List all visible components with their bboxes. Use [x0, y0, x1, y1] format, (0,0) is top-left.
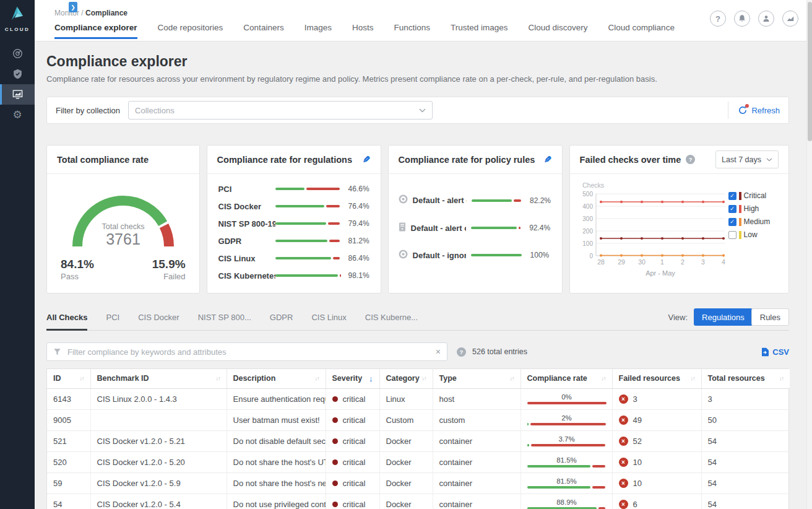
- bar-fail-segment: [531, 444, 605, 446]
- legend-item-low[interactable]: Low: [728, 230, 783, 239]
- regulation-percent: 86.4%: [341, 254, 369, 263]
- regulation-row[interactable]: PCI46.6%: [218, 185, 369, 194]
- bar-fail-segment: [333, 257, 340, 259]
- tab-code-repositories[interactable]: Code repositories: [158, 23, 223, 39]
- sort-toggle-icon[interactable]: ↓↑: [80, 375, 84, 381]
- checkbox-high[interactable]: ✓: [728, 205, 736, 213]
- column-header-type[interactable]: Type↓↑: [433, 369, 520, 388]
- vertical-scrollbar[interactable]: [806, 0, 812, 509]
- sidebar-item-monitor[interactable]: [0, 84, 35, 105]
- sort-toggle-icon[interactable]: ↓↑: [510, 375, 514, 381]
- shield-check-icon: [12, 69, 23, 79]
- cell-benchmark-id: CIS Linux 2.0.0 - 1.4.3: [90, 388, 227, 409]
- tab-images[interactable]: Images: [304, 23, 332, 39]
- tab-compliance-explorer[interactable]: Compliance explorer: [54, 23, 137, 39]
- checks-tab-all-checks[interactable]: All Checks: [46, 313, 87, 331]
- checks-tab-nist-sp-800[interactable]: NIST SP 800...: [198, 313, 251, 331]
- edit-policy-rules-icon[interactable]: ✎: [544, 154, 552, 165]
- svg-text:100: 100: [582, 240, 593, 247]
- table-row[interactable]: 521CIS Docker v1.2.0 - 5.21Do not disabl…: [47, 430, 790, 451]
- regulation-row[interactable]: CIS Linux86.4%: [218, 254, 369, 263]
- sort-toggle-icon[interactable]: ↓↑: [602, 375, 606, 381]
- tab-cloud-discovery[interactable]: Cloud discovery: [529, 23, 588, 39]
- policy-rule-row[interactable]: Default - alert on c...82.2%: [399, 194, 552, 206]
- clear-filter-icon[interactable]: ×: [436, 347, 441, 356]
- sort-toggle-icon[interactable]: ↓↑: [216, 375, 220, 381]
- policy-rule-row[interactable]: Default - alert on c...92.4%: [399, 222, 552, 234]
- refresh-button[interactable]: Refresh: [738, 105, 780, 115]
- table-row[interactable]: 59CIS Docker v1.2.0 - 5.9Do not share th…: [47, 472, 790, 494]
- svg-text:400: 400: [582, 203, 593, 210]
- policy-rule-row[interactable]: Default - ignore T...100%: [399, 250, 552, 261]
- sidebar-item-manage[interactable]: ⚙: [0, 105, 35, 125]
- bell-icon: [738, 14, 746, 23]
- host-icon: [399, 222, 406, 234]
- cell-type: container: [433, 472, 520, 494]
- severity-dot-icon: [332, 502, 338, 507]
- view-label: View:: [668, 313, 688, 322]
- sidebar-item-radar[interactable]: [0, 43, 35, 64]
- tab-functions[interactable]: Functions: [394, 23, 430, 39]
- checks-tab-cis-kuberne[interactable]: CIS Kuberne...: [365, 313, 418, 331]
- scrollbar-thumb[interactable]: [808, 2, 812, 141]
- sort-toggle-icon[interactable]: ↓↑: [691, 375, 695, 381]
- compliance-filter-input[interactable]: [66, 347, 431, 357]
- view-regulations-button[interactable]: Regulations: [694, 308, 753, 326]
- entries-help-icon[interactable]: ?: [457, 347, 466, 357]
- table-row[interactable]: 54CIS Docker v1.2.0 - 5.4Do not use priv…: [47, 494, 790, 509]
- compliance-gauge: Total checks3761: [47, 182, 199, 255]
- user-icon[interactable]: [758, 11, 774, 27]
- column-header-failed-resources[interactable]: Failed resources↓↑: [612, 369, 701, 388]
- column-header-total-resources[interactable]: Total resources↓↑: [701, 369, 790, 388]
- failed-checks-help-icon[interactable]: ?: [686, 155, 695, 164]
- csv-export-button[interactable]: CSV: [761, 347, 789, 357]
- column-header-severity[interactable]: Severity↓: [326, 369, 379, 388]
- legend-item-critical[interactable]: ✓Critical: [728, 191, 783, 200]
- cell-benchmark-id: CIS Docker v1.2.0 - 5.9: [90, 472, 227, 494]
- tab-cloud-compliance[interactable]: Cloud compliance: [608, 23, 675, 39]
- regulation-row[interactable]: CIS Docker76.4%: [218, 202, 369, 211]
- policy-rule-percent: 92.4%: [529, 224, 551, 232]
- table-row[interactable]: 520CIS Docker v1.2.0 - 5.20Do not share …: [47, 451, 790, 472]
- column-header-description[interactable]: Description↓↑: [227, 369, 326, 388]
- column-header-benchmark-id[interactable]: Benchmark ID↓↑: [90, 369, 227, 388]
- sidebar-expand-button[interactable]: ❯: [69, 2, 77, 12]
- table-row[interactable]: 9005User batman must exist!criticalCusto…: [47, 409, 790, 430]
- collections-select[interactable]: Collections: [128, 101, 433, 120]
- checkbox-medium[interactable]: ✓: [728, 218, 736, 226]
- severity-dot-icon: [332, 459, 338, 465]
- checks-tab-cis-linux[interactable]: CIS Linux: [311, 313, 346, 331]
- sort-toggle-icon[interactable]: ↓↑: [779, 375, 784, 381]
- column-header-category[interactable]: Category↓↑: [379, 369, 433, 388]
- sidebar-item-defend[interactable]: [0, 64, 35, 84]
- edit-regulations-icon[interactable]: ✎: [363, 154, 371, 165]
- page-title: Compliance explorer: [46, 53, 789, 70]
- time-range-select[interactable]: Last 7 days: [715, 150, 779, 168]
- view-rules-button[interactable]: Rules: [751, 308, 789, 326]
- checks-tab-cis-docker[interactable]: CIS Docker: [138, 313, 179, 331]
- stats-icon[interactable]: [782, 11, 798, 27]
- table-row[interactable]: 6143CIS Linux 2.0.0 - 1.4.3Ensure authen…: [47, 388, 790, 409]
- checkbox-low[interactable]: [728, 231, 736, 239]
- tab-trusted-images[interactable]: Trusted images: [451, 23, 508, 39]
- tab-containers[interactable]: Containers: [243, 23, 283, 39]
- sort-toggle-icon[interactable]: ↓↑: [315, 375, 319, 381]
- brand-logo[interactable]: CLOUD: [5, 0, 30, 36]
- regulation-row[interactable]: GDPR81.2%: [218, 237, 369, 246]
- legend-item-high[interactable]: ✓High: [728, 204, 783, 213]
- sort-toggle-icon[interactable]: ↓↑: [422, 375, 426, 381]
- compliance-bar: [275, 205, 341, 207]
- notifications-icon[interactable]: [734, 11, 750, 27]
- checks-tab-pci[interactable]: PCI: [106, 313, 119, 331]
- column-header-id[interactable]: ID↓↑: [47, 369, 90, 388]
- bar-fail-segment: [329, 240, 340, 242]
- regulation-row[interactable]: CIS Kubernetes98.1%: [218, 271, 369, 281]
- checkbox-critical[interactable]: ✓: [728, 192, 736, 200]
- checks-tab-gdpr[interactable]: GDPR: [270, 313, 293, 331]
- legend-item-medium[interactable]: ✓Medium: [728, 217, 783, 226]
- regulation-row[interactable]: NIST SP 800-19079.4%: [218, 219, 369, 228]
- tab-hosts[interactable]: Hosts: [352, 23, 374, 39]
- help-icon[interactable]: ?: [710, 11, 726, 27]
- column-header-compliance-rate[interactable]: Compliance rate↓↑: [520, 369, 612, 388]
- sort-desc-icon[interactable]: ↓: [369, 374, 373, 383]
